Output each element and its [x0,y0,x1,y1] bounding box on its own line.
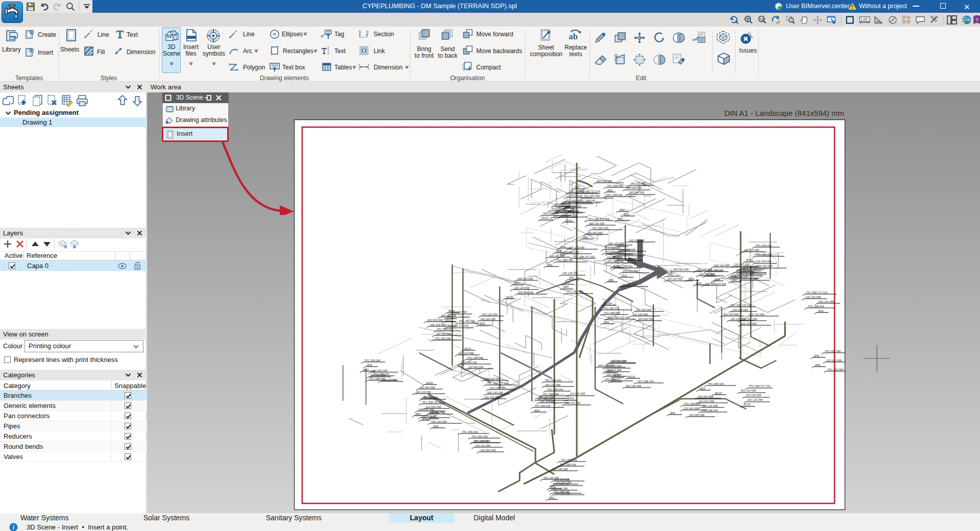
svg-text:TFC 098 046: TFC 098 046 [373,373,389,376]
svg-text:200 050 058: 200 050 058 [689,414,704,417]
svg-text:TFC 098 046: TFC 098 046 [638,380,653,383]
svg-text:TFC 050.080: TFC 050.080 [584,195,600,198]
svg-text:100 105 058: 100 105 058 [489,387,505,390]
svg-text:160 125 058: 160 125 058 [620,248,635,251]
svg-text:Ø160: Ø160 [604,302,611,305]
svg-text:160 125 058: 160 125 058 [569,190,584,193]
svg-text:TFC 058.056: TFC 058.056 [604,311,620,315]
svg-text:Ø125: Ø125 [628,375,635,378]
svg-text:ab: ab [569,32,578,41]
svg-text:Ø50: Ø50 [547,263,552,267]
svg-text:100 083 058: 100 083 058 [570,392,585,395]
svg-text:TFC 058.056: TFC 058.056 [561,458,577,462]
svg-text:100 083 058: 100 083 058 [468,366,483,369]
svg-text:TFC 058.727 016: TFC 058.727 016 [573,255,595,258]
svg-text:TFC 050.080: TFC 050.080 [364,359,380,362]
svg-text:100 125 058: 100 125 058 [805,296,821,299]
svg-text:TFC 098 046: TFC 098 046 [553,482,569,486]
svg-text:TFC 058.727 016: TFC 058.727 016 [447,324,469,327]
svg-text:200 050 058: 200 050 058 [621,283,636,286]
svg-text:100 105 058: 100 105 058 [732,308,748,311]
svg-text:100 125 058: 100 125 058 [702,404,718,407]
svg-text:500 140 058: 500 140 058 [714,264,729,267]
svg-text:Ø50: Ø50 [433,425,438,428]
svg-text:TFC 058.727 016: TFC 058.727 016 [422,401,444,404]
svg-text:Ø25: Ø25 [618,218,623,221]
svg-text:TFC 098 046: TFC 098 046 [560,463,576,466]
svg-text:500 140 058: 500 140 058 [487,391,503,394]
svg-text:100 110 058: 100 110 058 [441,314,456,317]
svg-text:200 040 058: 200 040 058 [518,277,533,280]
svg-text:210 043 058: 210 043 058 [426,405,441,408]
svg-text:160 125 058: 160 125 058 [747,398,763,401]
svg-text:100 105 058: 100 105 058 [746,394,761,397]
svg-text:TFC 058.056: TFC 058.056 [607,184,623,187]
svg-text:TFC 056 025: TFC 056 025 [459,320,475,323]
svg-text:1.00: 1.00 [861,17,868,21]
svg-text:Ø40: Ø40 [814,354,819,357]
svg-text:Ø50: Ø50 [604,321,609,324]
svg-text:100 125 058: 100 125 058 [730,318,746,321]
svg-text:100 105 058: 100 105 058 [756,260,771,263]
svg-text:TFC 058.727 016: TFC 058.727 016 [608,316,629,319]
svg-text:TFC 058.727 016: TFC 058.727 016 [730,304,752,307]
svg-text:200 040 058: 200 040 058 [518,291,533,294]
svg-text:100 125 058: 100 125 058 [436,332,451,335]
svg-text:TFC 058.056: TFC 058.056 [617,265,632,268]
svg-text:Ø160: Ø160 [746,258,753,261]
svg-text:210 043 058: 210 043 058 [567,195,582,198]
svg-text:Ø40: Ø40 [732,279,737,282]
svg-text:100 110 058: 100 110 058 [618,257,633,260]
svg-text:TFC 056 025: TFC 056 025 [592,227,608,230]
svg-text:TFC 058.727 016: TFC 058.727 016 [806,291,827,294]
svg-text:TFC 056 025: TFC 056 025 [461,361,477,364]
svg-text:100 105 058: 100 105 058 [606,365,621,368]
svg-text:200 040 058: 200 040 058 [587,231,602,234]
svg-text:500 140 058: 500 140 058 [589,222,604,225]
svg-text:TFC 058.727 016: TFC 058.727 016 [705,282,726,285]
svg-text:TFC 098 046: TFC 098 046 [808,305,824,308]
svg-text:Ø50: Ø50 [607,189,612,192]
svg-text:200 040 058: 200 040 058 [420,386,435,389]
svg-text:Ø40: Ø40 [449,309,454,312]
svg-text:TFC 058.727 016: TFC 058.727 016 [588,218,609,221]
svg-text:Ø125: Ø125 [744,403,750,406]
svg-text:×2: ×2 [760,17,764,21]
svg-text:Ø25: Ø25 [700,387,705,390]
svg-text:TFC 056 025: TFC 056 025 [534,404,550,407]
svg-text:160 125 058: 160 125 058 [482,313,497,316]
svg-text:TFC 058.727 016: TFC 058.727 016 [749,384,770,388]
svg-text:TFC 058.727 016: TFC 058.727 016 [487,382,508,385]
svg-text:TFC 098 046: TFC 098 046 [369,377,385,380]
svg-text:TFC 058.056: TFC 058.056 [557,259,573,262]
svg-text:Ø16: Ø16 [818,309,823,312]
svg-text:100 105 058: 100 105 058 [422,415,437,418]
svg-text:500 140 058: 500 140 058 [597,180,612,183]
svg-text:100 083 058: 100 083 058 [739,271,754,274]
svg-text:500 140 058: 500 140 058 [554,478,570,481]
svg-text:500 140 058: 500 140 058 [819,300,834,303]
svg-text:TFC 056 025: TFC 056 025 [567,290,583,293]
svg-text:TFC 098 046: TFC 098 046 [545,379,561,382]
svg-text:Ø160: Ø160 [706,273,713,276]
svg-text:200 050 058: 200 050 058 [698,395,713,398]
svg-text:Ø16: Ø16 [624,213,629,216]
svg-text:160 125 058: 160 125 058 [569,246,584,249]
svg-text:100 125 058: 100 125 058 [555,492,570,495]
svg-text:500 140 058: 500 140 058 [431,420,447,423]
svg-text:200 040 058: 200 040 058 [757,264,772,268]
svg-text:Ø50: Ø50 [415,413,421,416]
svg-text:Ø110: Ø110 [618,244,624,247]
svg-text:100 110 058: 100 110 058 [480,318,496,321]
svg-text:160 125 058: 160 125 058 [630,182,646,185]
svg-text:Ø16: Ø16 [571,208,576,211]
svg-text:100 105 058: 100 105 058 [473,440,488,443]
svg-text:TFC 098 046: TFC 098 046 [707,269,723,272]
svg-text:210 043 058: 210 043 058 [826,359,842,362]
svg-text:Ø25: Ø25 [556,250,561,253]
svg-text:TFC 050.080: TFC 050.080 [825,350,841,353]
svg-text:160 125 058: 160 125 058 [415,391,431,394]
svg-text:Ø40: Ø40 [620,208,625,211]
svg-text:TFC 098 046: TFC 098 046 [547,388,563,391]
svg-text:160 125 058: 160 125 058 [629,239,644,242]
